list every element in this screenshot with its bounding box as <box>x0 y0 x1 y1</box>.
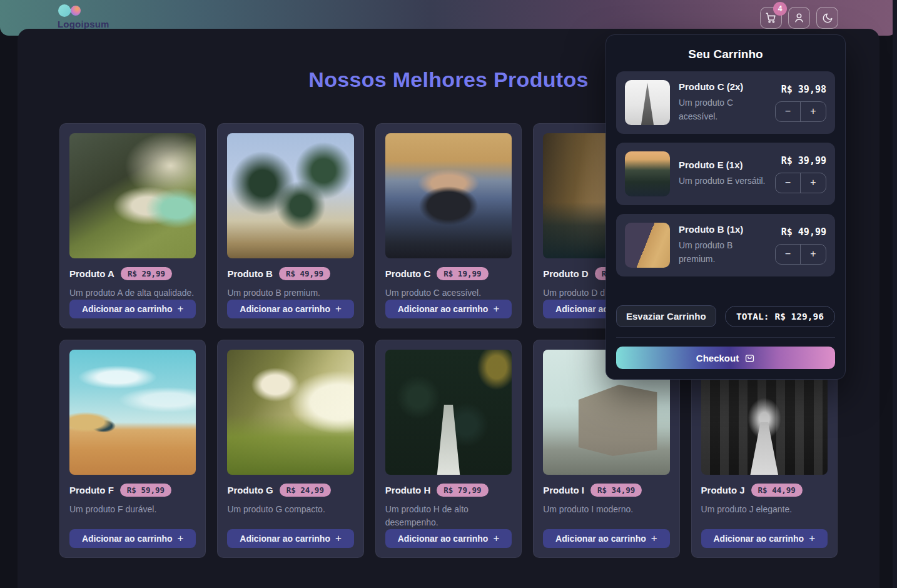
logo-text: Logoipsum <box>58 19 109 29</box>
quantity-minus-button[interactable]: − <box>776 245 801 264</box>
price-badge: R$ 49,99 <box>279 267 330 280</box>
add-to-cart-button[interactable]: Adicionar ao carrinho+ <box>701 529 828 548</box>
cart-item-price: R$ 49,99 <box>781 226 826 238</box>
price-badge: R$ 24,99 <box>280 484 331 497</box>
cart-title: Seu Carrinho <box>616 48 835 61</box>
product-card: Produto B R$ 49,99 Um produto B premium.… <box>217 123 363 328</box>
logo[interactable]: Logoipsum <box>58 4 109 29</box>
cart-count-badge: 4 <box>773 2 787 16</box>
product-description: Um produto B premium. <box>227 286 353 300</box>
product-f-image <box>69 350 196 475</box>
product-g-image <box>227 350 353 475</box>
cart-items: Produto C (2x) Um produto C acessível. R… <box>616 71 835 276</box>
plus-icon: + <box>651 532 657 545</box>
quantity-plus-button[interactable]: + <box>801 102 826 121</box>
product-description: Um produto F durável. <box>69 503 196 516</box>
quantity-stepper: − + <box>775 173 826 193</box>
add-to-cart-button[interactable]: Adicionar ao carrinho+ <box>543 529 669 548</box>
product-b-image <box>227 133 353 258</box>
product-card: Produto A R$ 29,99 Um produto A de alta … <box>59 123 206 328</box>
product-description: Um produto C acessível. <box>385 286 512 300</box>
price-badge: R$ 19,99 <box>437 267 488 280</box>
total-label: TOTAL: <box>736 312 769 322</box>
cart-item-description: Um produto B premium. <box>679 239 749 266</box>
product-description: Um produto H de alto desempenho. <box>385 503 512 529</box>
cart-item-name: Produto C (2x) <box>679 81 766 92</box>
cart-item-thumb-forest-dusk <box>625 151 670 196</box>
product-name: Produto C <box>385 268 431 279</box>
cart-item-thumb-flatiron-building <box>625 80 670 125</box>
price-badge: R$ 29,99 <box>121 267 172 280</box>
product-name: Produto B <box>227 268 273 279</box>
product-a-image <box>69 133 196 258</box>
cart-item-price: R$ 39,98 <box>781 84 826 95</box>
product-name: Produto H <box>385 485 431 495</box>
add-to-cart-button[interactable]: Adicionar ao carrinho+ <box>227 300 353 318</box>
scrollbar[interactable] <box>893 0 897 588</box>
theme-toggle-button[interactable] <box>816 7 838 29</box>
add-to-cart-button[interactable]: Adicionar ao carrinho+ <box>385 529 512 548</box>
quantity-minus-button[interactable]: − <box>776 173 801 193</box>
quantity-stepper: − + <box>775 244 826 265</box>
quantity-stepper: − + <box>775 101 826 122</box>
plus-icon: + <box>335 303 342 315</box>
cart-item-description: Um produto E versátil. <box>679 175 766 188</box>
cart-item-description: Um produto C acessível. <box>679 96 749 123</box>
cart-item: Produto C (2x) Um produto C acessível. R… <box>616 71 835 134</box>
divider <box>616 337 835 338</box>
plus-icon: + <box>335 532 342 545</box>
logo-icon <box>58 4 83 18</box>
cart-total: TOTAL: R$ 129,96 <box>725 306 835 327</box>
plus-icon: + <box>178 303 184 315</box>
product-card: Produto C R$ 19,99 Um produto C acessíve… <box>375 123 522 328</box>
plus-icon: + <box>809 532 815 545</box>
quantity-plus-button[interactable]: + <box>801 173 826 193</box>
quantity-plus-button[interactable]: + <box>801 245 826 264</box>
user-button[interactable] <box>788 7 810 29</box>
product-name: Produto J <box>701 485 745 495</box>
cart-item-price: R$ 39,99 <box>781 155 826 166</box>
price-badge: R$ 79,99 <box>437 484 488 497</box>
product-description: Um produto A de alta qualidade. <box>69 286 196 300</box>
empty-cart-button[interactable]: Esvaziar Carrinho <box>616 305 716 327</box>
add-to-cart-button[interactable]: Adicionar ao carrinho+ <box>69 300 196 318</box>
product-description: Um produto I moderno. <box>543 503 669 516</box>
user-icon <box>793 12 805 24</box>
add-to-cart-button[interactable]: Adicionar ao carrinho+ <box>69 529 196 548</box>
plus-icon: + <box>493 532 499 545</box>
header-actions: 4 <box>760 7 838 29</box>
cart-button[interactable]: 4 <box>760 7 782 29</box>
product-c-image <box>385 133 512 258</box>
cart-item: Produto B (1x) Um produto B premium. R$ … <box>616 214 835 276</box>
cart-item: Produto E (1x) Um produto E versátil. R$… <box>616 143 835 205</box>
cart-item-thumb-sand-dune <box>625 223 670 268</box>
plus-icon: + <box>493 303 499 315</box>
quantity-minus-button[interactable]: − <box>776 102 801 121</box>
product-name: Produto A <box>69 268 114 279</box>
product-card: Produto H R$ 79,99 Um produto H de alto … <box>375 340 522 558</box>
product-card: Produto F R$ 59,99 Um produto F durável.… <box>59 340 206 558</box>
product-h-image <box>385 350 512 475</box>
checkout-button[interactable]: Checkout <box>616 347 835 369</box>
product-name: Produto D <box>543 268 589 279</box>
product-name: Produto G <box>227 485 273 495</box>
product-description: Um produto G compacto. <box>227 503 353 516</box>
product-description: Um produto J elegante. <box>701 503 828 516</box>
price-badge: R$ 34,99 <box>590 484 642 497</box>
add-to-cart-button[interactable]: Adicionar ao carrinho+ <box>227 529 353 548</box>
product-name: Produto F <box>69 485 114 495</box>
cart-item-name: Produto B (1x) <box>679 224 766 235</box>
plus-icon: + <box>178 532 184 545</box>
price-badge: R$ 59,99 <box>120 484 171 497</box>
shopping-bag-icon <box>744 353 755 363</box>
product-card: Produto G R$ 24,99 Um produto G compacto… <box>217 340 363 558</box>
price-badge: R$ 44,99 <box>751 484 803 497</box>
moon-icon <box>822 13 833 24</box>
cart-dropdown: Seu Carrinho Produto C (2x) Um produto C… <box>606 34 846 380</box>
add-to-cart-button[interactable]: Adicionar ao carrinho+ <box>385 300 512 318</box>
total-value: R$ 129,96 <box>774 312 824 322</box>
product-name: Produto I <box>543 485 584 495</box>
cart-item-name: Produto E (1x) <box>679 160 766 170</box>
